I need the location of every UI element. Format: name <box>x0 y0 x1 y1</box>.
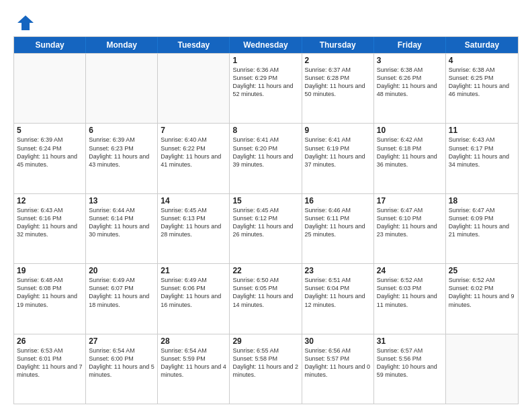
calendar-row-4: 26Sunrise: 6:53 AM Sunset: 6:01 PM Dayli… <box>14 334 518 404</box>
calendar-cell: 5Sunrise: 6:39 AM Sunset: 6:24 PM Daylig… <box>14 124 86 193</box>
day-number: 23 <box>305 266 371 275</box>
day-number: 6 <box>89 126 154 135</box>
day-number: 2 <box>305 56 371 65</box>
calendar-cell: 2Sunrise: 6:37 AM Sunset: 6:28 PM Daylig… <box>302 54 374 123</box>
day-info: Sunrise: 6:39 AM Sunset: 6:23 PM Dayligh… <box>89 136 154 169</box>
calendar-cell <box>86 54 158 123</box>
calendar-cell: 6Sunrise: 6:39 AM Sunset: 6:23 PM Daylig… <box>86 124 158 193</box>
calendar-cell <box>158 54 230 123</box>
day-info: Sunrise: 6:38 AM Sunset: 6:25 PM Dayligh… <box>449 66 515 99</box>
day-number: 27 <box>89 336 154 346</box>
day-number: 4 <box>449 56 515 65</box>
day-info: Sunrise: 6:42 AM Sunset: 6:18 PM Dayligh… <box>377 136 443 169</box>
calendar-cell <box>14 54 86 123</box>
calendar-cell: 22Sunrise: 6:50 AM Sunset: 6:05 PM Dayli… <box>230 264 302 333</box>
day-number: 30 <box>305 336 371 346</box>
day-number: 5 <box>17 126 83 135</box>
calendar-cell: 9Sunrise: 6:41 AM Sunset: 6:19 PM Daylig… <box>302 124 374 193</box>
weekday-header-wednesday: Wednesday <box>230 37 302 53</box>
day-number: 10 <box>377 126 443 135</box>
page: SundayMondayTuesdayWednesdayThursdayFrid… <box>0 0 532 411</box>
calendar-cell: 21Sunrise: 6:49 AM Sunset: 6:06 PM Dayli… <box>158 264 230 333</box>
day-number: 7 <box>161 126 226 135</box>
day-number: 31 <box>377 336 443 346</box>
day-number: 11 <box>449 126 515 135</box>
day-info: Sunrise: 6:45 AM Sunset: 6:13 PM Dayligh… <box>161 206 226 239</box>
day-info: Sunrise: 6:40 AM Sunset: 6:22 PM Dayligh… <box>161 136 226 169</box>
calendar-cell: 12Sunrise: 6:43 AM Sunset: 6:16 PM Dayli… <box>14 194 86 263</box>
day-info: Sunrise: 6:45 AM Sunset: 6:12 PM Dayligh… <box>232 206 298 239</box>
calendar-cell: 26Sunrise: 6:53 AM Sunset: 6:01 PM Dayli… <box>14 334 86 404</box>
calendar-row-3: 19Sunrise: 6:48 AM Sunset: 6:08 PM Dayli… <box>14 263 518 333</box>
day-info: Sunrise: 6:47 AM Sunset: 6:10 PM Dayligh… <box>377 206 443 239</box>
day-number: 17 <box>377 196 443 205</box>
calendar-cell: 30Sunrise: 6:56 AM Sunset: 5:57 PM Dayli… <box>302 334 374 404</box>
weekday-header-saturday: Saturday <box>446 37 518 53</box>
day-info: Sunrise: 6:52 AM Sunset: 6:02 PM Dayligh… <box>449 276 515 309</box>
calendar-cell: 11Sunrise: 6:43 AM Sunset: 6:17 PM Dayli… <box>446 124 518 193</box>
calendar-cell: 27Sunrise: 6:54 AM Sunset: 6:00 PM Dayli… <box>86 334 158 404</box>
day-number: 24 <box>377 266 443 275</box>
logo <box>13 13 35 31</box>
calendar-body: 1Sunrise: 6:36 AM Sunset: 6:29 PM Daylig… <box>14 53 518 404</box>
header <box>13 11 519 31</box>
calendar-cell: 23Sunrise: 6:51 AM Sunset: 6:04 PM Dayli… <box>302 264 374 333</box>
calendar-cell: 25Sunrise: 6:52 AM Sunset: 6:02 PM Dayli… <box>446 264 518 333</box>
day-info: Sunrise: 6:41 AM Sunset: 6:20 PM Dayligh… <box>232 136 298 169</box>
day-number: 3 <box>377 56 443 65</box>
calendar-cell: 4Sunrise: 6:38 AM Sunset: 6:25 PM Daylig… <box>446 54 518 123</box>
calendar-cell: 18Sunrise: 6:47 AM Sunset: 6:09 PM Dayli… <box>446 194 518 263</box>
day-number: 14 <box>161 196 226 205</box>
calendar-cell: 13Sunrise: 6:44 AM Sunset: 6:14 PM Dayli… <box>86 194 158 263</box>
day-info: Sunrise: 6:43 AM Sunset: 6:16 PM Dayligh… <box>17 206 83 239</box>
calendar-cell: 7Sunrise: 6:40 AM Sunset: 6:22 PM Daylig… <box>158 124 230 193</box>
weekday-header-sunday: Sunday <box>14 37 86 53</box>
calendar-cell: 1Sunrise: 6:36 AM Sunset: 6:29 PM Daylig… <box>230 54 302 123</box>
day-number: 12 <box>17 196 83 205</box>
day-info: Sunrise: 6:51 AM Sunset: 6:04 PM Dayligh… <box>305 276 371 309</box>
calendar-row-2: 12Sunrise: 6:43 AM Sunset: 6:16 PM Dayli… <box>14 193 518 263</box>
calendar-cell: 8Sunrise: 6:41 AM Sunset: 6:20 PM Daylig… <box>230 124 302 193</box>
day-number: 29 <box>232 336 298 346</box>
calendar-cell: 24Sunrise: 6:52 AM Sunset: 6:03 PM Dayli… <box>374 264 446 333</box>
day-info: Sunrise: 6:47 AM Sunset: 6:09 PM Dayligh… <box>449 206 515 239</box>
day-number: 26 <box>17 336 83 346</box>
day-info: Sunrise: 6:49 AM Sunset: 6:06 PM Dayligh… <box>161 276 226 309</box>
day-number: 20 <box>89 266 154 275</box>
calendar-cell: 29Sunrise: 6:55 AM Sunset: 5:58 PM Dayli… <box>230 334 302 404</box>
calendar-cell: 19Sunrise: 6:48 AM Sunset: 6:08 PM Dayli… <box>14 264 86 333</box>
weekday-header-thursday: Thursday <box>302 37 374 53</box>
calendar-row-1: 5Sunrise: 6:39 AM Sunset: 6:24 PM Daylig… <box>14 123 518 193</box>
day-info: Sunrise: 6:57 AM Sunset: 5:56 PM Dayligh… <box>377 347 443 379</box>
day-number: 16 <box>305 196 371 205</box>
calendar: SundayMondayTuesdayWednesdayThursdayFrid… <box>13 36 519 404</box>
calendar-cell: 15Sunrise: 6:45 AM Sunset: 6:12 PM Dayli… <box>230 194 302 263</box>
day-info: Sunrise: 6:53 AM Sunset: 6:01 PM Dayligh… <box>17 347 83 379</box>
svg-marker-0 <box>17 15 34 30</box>
calendar-cell: 16Sunrise: 6:46 AM Sunset: 6:11 PM Dayli… <box>302 194 374 263</box>
weekday-header-friday: Friday <box>374 37 446 53</box>
day-info: Sunrise: 6:54 AM Sunset: 6:00 PM Dayligh… <box>89 347 154 379</box>
calendar-row-0: 1Sunrise: 6:36 AM Sunset: 6:29 PM Daylig… <box>14 53 518 123</box>
day-number: 15 <box>232 196 298 205</box>
day-info: Sunrise: 6:52 AM Sunset: 6:03 PM Dayligh… <box>377 276 443 309</box>
calendar-cell: 3Sunrise: 6:38 AM Sunset: 6:26 PM Daylig… <box>374 54 446 123</box>
day-number: 21 <box>161 266 226 275</box>
logo-icon <box>16 13 35 32</box>
weekday-header-tuesday: Tuesday <box>158 37 230 53</box>
weekday-header-monday: Monday <box>86 37 158 53</box>
calendar-cell: 31Sunrise: 6:57 AM Sunset: 5:56 PM Dayli… <box>374 334 446 404</box>
day-info: Sunrise: 6:50 AM Sunset: 6:05 PM Dayligh… <box>232 276 298 309</box>
calendar-cell: 10Sunrise: 6:42 AM Sunset: 6:18 PM Dayli… <box>374 124 446 193</box>
day-number: 9 <box>305 126 371 135</box>
day-info: Sunrise: 6:55 AM Sunset: 5:58 PM Dayligh… <box>232 347 298 379</box>
day-info: Sunrise: 6:44 AM Sunset: 6:14 PM Dayligh… <box>89 206 154 239</box>
day-info: Sunrise: 6:48 AM Sunset: 6:08 PM Dayligh… <box>17 276 83 309</box>
day-info: Sunrise: 6:56 AM Sunset: 5:57 PM Dayligh… <box>305 347 371 379</box>
day-number: 19 <box>17 266 83 275</box>
day-number: 28 <box>161 336 226 346</box>
calendar-cell: 28Sunrise: 6:54 AM Sunset: 5:59 PM Dayli… <box>158 334 230 404</box>
calendar-header: SundayMondayTuesdayWednesdayThursdayFrid… <box>14 37 518 53</box>
day-number: 18 <box>449 196 515 205</box>
day-number: 25 <box>449 266 515 275</box>
